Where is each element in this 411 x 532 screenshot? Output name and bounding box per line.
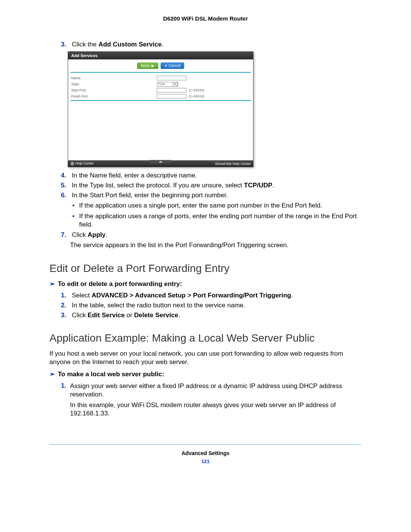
hint-finish: (1~65534) [189,94,204,98]
footer-rule [49,444,362,445]
edit-step-2: 2. In the table, select the radio button… [61,302,362,309]
name-input[interactable] [157,76,186,80]
screenshot-title: Add Services [68,52,253,59]
edit-step-1: 1. Select ADVANCED > Advanced Setup > Po… [61,292,362,299]
step-3: 3. Click the Add Custom Service. [61,41,362,48]
page-footer: Advanced Settings 121 [49,444,362,464]
step-text-post: . [178,312,180,319]
arrow-icon: ➢ [49,280,55,288]
step-text: Assign your web server either a fixed IP… [70,382,362,399]
step-text: Click the [72,41,99,48]
bullet-text: If the application uses a range of ports… [79,212,362,229]
step-text-post: . [162,41,164,48]
step-text-post: . [272,182,274,189]
add-services-screenshot: Add Services Apply ▶ ✕ Cancel Name: Type… [68,51,253,167]
label-type: Type: [71,82,157,86]
step-number: 3. [61,41,70,48]
step-text: Click [72,312,88,319]
help-center-label: Help Center [75,161,94,165]
bullet-1: • If the application uses a single port,… [72,201,362,210]
step-number: 2. [61,302,70,309]
step-7-followup: The service appears in the list in the P… [70,241,362,249]
screenshot-toolbar: Apply ▶ ✕ Cancel [68,59,253,72]
footer-page-number: 121 [49,459,362,464]
screenshot-footer: ?Help Center Show/Hide Help Center [68,160,253,167]
expand-tab-icon[interactable] [150,160,171,165]
app-step-1: 1. Assign your web server either a fixed… [61,382,362,399]
step-number: 7. [61,231,70,239]
step-text-post: . [106,231,108,238]
bullet-text: If the application uses a single port, e… [79,201,362,210]
arrow-icon: ➢ [49,371,55,378]
step-5: 5. In the Type list, select the protocol… [61,182,362,189]
chevron-down-icon: ▾ [173,82,177,87]
step-text: Select [72,292,92,299]
finish-port-input[interactable] [157,94,186,99]
step-text-post: . [291,292,293,299]
step-bold: ADVANCED > Advanced Setup > Port Forward… [92,292,291,299]
step-bold-2: Delete Service [134,312,178,319]
bullet-2: • If the application uses a range of por… [72,212,362,229]
step-number: 6. [61,192,70,199]
step-bold-1: Edit Service [88,312,124,319]
step-6: 6. In the Start Port field, enter the be… [61,192,362,199]
bullet-icon: • [72,212,75,229]
type-value: TCP [158,82,165,86]
help-icon: ? [70,162,74,166]
form-row-type: Type: TCP ▾ [71,81,250,87]
task-text: To make a local web server public: [58,371,164,378]
screenshot-form: Name: Type: TCP ▾ Start Port: (1~65534) … [68,73,253,100]
step-number: 1. [61,382,70,399]
app-intro: If you host a web server on your local n… [49,350,362,366]
footer-section: Advanced Settings [49,450,362,456]
form-row-finish: Finish Port: (1~65534) [71,93,250,99]
cancel-button[interactable]: ✕ Cancel [161,62,184,69]
toggle-help[interactable]: Show/Hide Help Center [215,162,251,166]
label-finish: Finish Port: [71,94,157,98]
step-bold: Apply [88,231,105,238]
label-name: Name: [71,76,157,80]
step-number: 4. [61,172,70,179]
bullet-icon: • [72,201,75,210]
step-number: 3. [61,312,70,319]
app-step-1-followup: In this example, your WiFi DSL modem rou… [70,401,362,418]
step-text: Click [72,231,88,238]
step-mid: or [125,312,134,319]
type-select[interactable]: TCP ▾ [157,82,178,87]
step-4: 4. In the Name field, enter a descriptiv… [61,172,362,179]
step-number: 1. [61,292,70,299]
step-bold: Add Custom Service [99,41,162,48]
form-row-name: Name: [71,75,250,81]
manual-page: D6200 WiFi DSL Modem Router 3. Click the… [0,0,411,476]
hint-start: (1~65534) [189,88,204,92]
label-start: Start Port: [71,88,157,92]
step-text: In the table, select the radio button ne… [72,302,245,309]
doc-header: D6200 WiFi DSL Modem Router [49,15,362,22]
step-text: In the Start Port field, enter the begin… [72,192,228,199]
form-row-start: Start Port: (1~65534) [71,87,250,93]
help-center[interactable]: ?Help Center [70,161,94,166]
task-web-server: ➢To make a local web server public: [49,370,362,378]
edit-step-3: 3. Click Edit Service or Delete Service. [61,312,362,319]
screenshot-body [68,101,253,160]
step-text: In the Type list, select the protocol. I… [72,182,244,189]
step-text: In the Name field, enter a descriptive n… [72,172,197,179]
step-number: 5. [61,182,70,189]
task-text: To edit or delete a port forwarding entr… [58,280,182,288]
heading-edit-delete: Edit or Delete a Port Forwarding Entry [49,262,362,275]
step-7: 7. Click Apply. [61,231,362,239]
heading-app-example: Application Example: Making a Local Web … [49,332,362,344]
task-edit-delete: ➢To edit or delete a port forwarding ent… [49,280,362,288]
step-bold: TCP/UDP [244,182,272,189]
start-port-input[interactable] [157,88,186,93]
apply-button[interactable]: Apply ▶ [137,62,158,69]
